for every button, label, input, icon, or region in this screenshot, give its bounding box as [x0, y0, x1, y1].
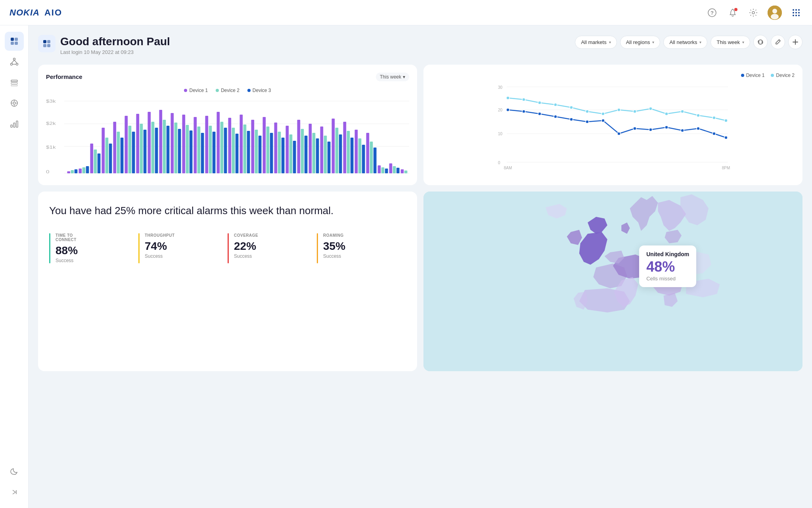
svg-rect-126 — [350, 138, 354, 173]
svg-rect-82 — [182, 115, 186, 173]
sidebar-item-topology[interactable] — [5, 52, 24, 71]
metric-ttc-value: 88% — [56, 245, 132, 256]
performance-card: Performance This week ▾ Device 1 Device … — [38, 65, 417, 185]
help-icon[interactable]: ? — [706, 6, 718, 19]
map-card: United Kingdom 48% Cells missed — [423, 192, 802, 372]
edit-button[interactable] — [771, 35, 785, 49]
svg-point-156 — [617, 108, 620, 111]
svg-rect-118 — [320, 127, 324, 173]
networks-filter[interactable]: All networks ▾ — [663, 36, 707, 49]
performance-title: Performance — [46, 73, 82, 80]
svg-point-11 — [798, 12, 800, 13]
sidebar-item-layers[interactable] — [5, 73, 24, 92]
sidebar-item-collapse[interactable] — [5, 483, 24, 502]
svg-line-23 — [14, 60, 17, 63]
svg-rect-117 — [316, 138, 319, 173]
svg-point-165 — [522, 110, 525, 113]
svg-point-2 — [752, 12, 755, 14]
period-chevron-icon: ▾ — [403, 74, 405, 80]
performance-period-selector[interactable]: This week ▾ — [376, 73, 409, 81]
svg-point-162 — [712, 116, 716, 119]
svg-rect-64 — [113, 122, 116, 173]
svg-rect-97 — [240, 115, 243, 173]
svg-rect-89 — [209, 126, 212, 173]
markets-chevron-icon: ▾ — [609, 40, 611, 44]
svg-text:$3k: $3k — [46, 99, 56, 104]
notification-icon[interactable] — [726, 6, 739, 19]
svg-text:0: 0 — [46, 169, 49, 174]
svg-rect-52 — [67, 171, 70, 173]
svg-text:?: ? — [710, 10, 714, 16]
svg-rect-132 — [373, 148, 377, 173]
svg-point-155 — [601, 112, 605, 115]
map-svg — [423, 192, 802, 372]
period-filter[interactable]: This week ▾ — [710, 36, 750, 49]
main-content: Good afternoon Paul Last login 10 May 20… — [29, 25, 812, 508]
metric-coverage: COVERAGE 22% Success — [228, 228, 317, 268]
logo-nokia: NOKIA — [10, 8, 40, 18]
tooltip-label: Cells missed — [646, 276, 689, 282]
svg-rect-130 — [366, 133, 370, 173]
markets-filter[interactable]: All markets ▾ — [575, 36, 617, 49]
svg-rect-79 — [170, 113, 174, 173]
sidebar — [0, 25, 29, 508]
svg-rect-110 — [289, 134, 293, 173]
svg-rect-87 — [201, 133, 204, 173]
svg-point-172 — [633, 127, 636, 130]
sidebar-item-analytics[interactable] — [5, 114, 24, 133]
settings-icon[interactable] — [747, 6, 760, 19]
line-device2-color — [771, 74, 774, 77]
metric-roam-label: ROAMING — [323, 233, 400, 238]
svg-rect-114 — [304, 136, 308, 173]
svg-rect-26 — [11, 82, 17, 84]
svg-rect-17 — [11, 42, 14, 45]
sidebar-item-dashboard[interactable] — [5, 32, 24, 51]
sidebar-item-darkmode[interactable] — [5, 462, 24, 481]
svg-rect-135 — [385, 169, 388, 173]
svg-rect-119 — [324, 136, 327, 173]
refresh-button[interactable] — [753, 35, 768, 49]
svg-rect-83 — [186, 125, 189, 173]
svg-rect-128 — [358, 138, 362, 173]
svg-rect-27 — [11, 85, 17, 86]
metric-tp-label: THROUGHPUT — [145, 233, 221, 238]
sidebar-item-performance[interactable] — [5, 94, 24, 113]
svg-point-163 — [724, 119, 728, 122]
svg-rect-108 — [282, 138, 285, 173]
svg-rect-88 — [205, 116, 209, 173]
period-chevron-icon: ▾ — [742, 40, 744, 44]
svg-point-153 — [570, 106, 573, 109]
nav-icons: ? — [706, 6, 802, 20]
svg-text:8AM: 8AM — [504, 166, 512, 170]
svg-text:8PM: 8PM — [722, 166, 730, 170]
svg-point-7 — [795, 9, 797, 11]
svg-text:$1k: $1k — [46, 145, 56, 150]
svg-point-164 — [506, 108, 509, 111]
metric-tp-sub: Success — [145, 253, 221, 259]
svg-point-154 — [586, 110, 589, 113]
svg-rect-85 — [194, 117, 197, 173]
page-header: Good afternoon Paul Last login 10 May 20… — [38, 35, 802, 55]
svg-rect-16 — [15, 38, 18, 41]
svg-point-149 — [506, 96, 509, 100]
avatar[interactable] — [768, 6, 782, 20]
svg-point-152 — [554, 103, 557, 106]
legend-device3: Device 3 — [247, 88, 271, 93]
svg-rect-61 — [102, 128, 105, 173]
app-grid-icon[interactable] — [790, 6, 802, 19]
svg-text:30: 30 — [498, 85, 503, 90]
svg-rect-138 — [396, 168, 400, 173]
page-title-text: Good afternoon Paul Last login 10 May 20… — [60, 35, 170, 55]
svg-rect-68 — [128, 126, 132, 173]
svg-rect-55 — [79, 169, 82, 173]
device3-color — [247, 89, 251, 92]
line-chart-container: 30 20 10 0 — [431, 83, 795, 170]
svg-rect-78 — [167, 126, 170, 173]
svg-point-5 — [771, 14, 779, 19]
regions-filter[interactable]: All regions ▾ — [620, 36, 661, 49]
svg-point-157 — [633, 110, 636, 113]
svg-point-14 — [798, 15, 800, 16]
svg-point-169 — [586, 120, 589, 123]
svg-rect-66 — [121, 138, 124, 173]
add-button[interactable] — [788, 35, 802, 49]
